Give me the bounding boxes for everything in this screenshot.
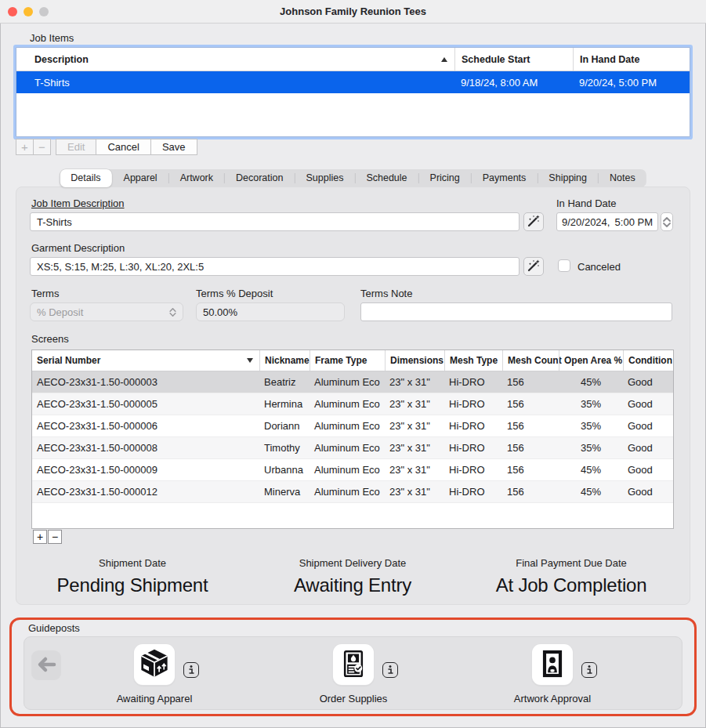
screens-cell: AECO-23x31-1.50-000008 xyxy=(32,437,259,458)
in-hand-date-field[interactable]: 9/20/2024, 5:00 PM xyxy=(556,212,658,231)
arrow-left-icon xyxy=(36,656,56,675)
tab-apparel[interactable]: Apparel xyxy=(113,169,168,187)
shipment-date-summary: Shipment Date Pending Shipment xyxy=(23,557,242,596)
screens-cell: AECO-23x31-1.50-000003 xyxy=(32,371,259,393)
tab-notes[interactable]: Notes xyxy=(599,169,646,187)
screens-table-row[interactable]: AECO-23x31-1.50-000012MinervaAluminum Ec… xyxy=(32,481,673,503)
tab-bar: DetailsApparelArtworkDecorationSuppliesS… xyxy=(60,169,646,187)
remove-job-item-button[interactable]: − xyxy=(33,139,51,155)
canceled-checkbox[interactable] xyxy=(558,259,570,272)
screens-cell: Good xyxy=(623,437,673,458)
screens-cell: Aluminum Eco xyxy=(310,371,385,393)
minimize-window-icon[interactable] xyxy=(24,7,33,16)
garment-description-field[interactable]: XS:5, S:15, M:25, L:30, XL:20, 2XL:5 xyxy=(30,257,520,276)
screens-cell: Urbanna xyxy=(259,459,310,480)
screens-cell: 45% xyxy=(559,371,623,393)
job-items-col-in-hand-date[interactable]: In Hand Date xyxy=(573,48,690,71)
chevron-up-icon xyxy=(663,217,671,222)
job-item-description-label[interactable]: Job Item Description xyxy=(31,197,125,209)
guideposts-label: Guideposts xyxy=(28,622,80,634)
tab-details[interactable]: Details xyxy=(60,169,111,187)
close-window-icon[interactable] xyxy=(8,7,17,16)
screens-cell: Aluminum Eco xyxy=(310,459,385,480)
tab-decoration[interactable]: Decoration xyxy=(225,169,294,187)
terms-deposit-field[interactable]: 50.00% xyxy=(196,302,345,321)
screens-col-open-area-[interactable]: Open Area % xyxy=(559,350,623,371)
info-icon[interactable] xyxy=(382,662,398,678)
tab-payments[interactable]: Payments xyxy=(472,169,538,187)
screens-cell: Hi-DRO xyxy=(444,459,502,480)
screens-col-mesh-type[interactable]: Mesh Type xyxy=(444,350,502,371)
window-controls xyxy=(8,7,49,16)
screens-table-row[interactable]: AECO-23x31-1.50-000008TimothyAluminum Ec… xyxy=(32,437,673,459)
in-hand-date-label: In Hand Date xyxy=(556,197,617,209)
screens-col-frame-type[interactable]: Frame Type xyxy=(310,350,385,371)
screens-cell: Beatriz xyxy=(259,371,310,393)
screens-table-row[interactable]: AECO-23x31-1.50-000005HerminaAluminum Ec… xyxy=(32,393,673,415)
add-screen-button[interactable]: + xyxy=(33,530,47,544)
screens-cell: AECO-23x31-1.50-000005 xyxy=(32,393,259,415)
garment-description-label: Garment Description xyxy=(31,242,125,254)
job-items-row-selected[interactable]: T-Shirts 9/18/24, 8:00 AM 9/20/24, 5:00 … xyxy=(16,71,690,93)
screens-cell: AECO-23x31-1.50-000012 xyxy=(32,481,259,502)
screens-label: Screens xyxy=(31,333,69,345)
screens-cell: Good xyxy=(623,415,673,436)
screens-cell: Hi-DRO xyxy=(444,393,502,415)
screens-toolbar: + − xyxy=(33,530,62,544)
tab-shipping[interactable]: Shipping xyxy=(538,169,598,187)
job-items-col-description[interactable]: Description xyxy=(16,48,454,71)
save-button[interactable]: Save xyxy=(150,139,197,155)
artwork-icon xyxy=(537,647,568,683)
screens-col-dimensions[interactable]: Dimensions xyxy=(385,350,444,371)
job-items-toolbar: + − Edit Cancel Save xyxy=(16,139,197,155)
guidepost-back-button[interactable] xyxy=(31,650,61,680)
title-bar: Johnson Family Reunion Tees xyxy=(0,0,706,24)
info-icon[interactable] xyxy=(581,662,597,678)
screens-cell: 156 xyxy=(502,437,559,458)
screens-cell: AECO-23x31-1.50-000006 xyxy=(32,415,259,436)
info-icon[interactable] xyxy=(183,662,199,678)
screens-cell: Doriann xyxy=(259,415,310,436)
screens-cell: Hermina xyxy=(259,393,310,415)
tab-pricing[interactable]: Pricing xyxy=(419,169,471,187)
zoom-window-icon[interactable] xyxy=(39,7,49,16)
autofill-garment-button[interactable] xyxy=(523,257,544,276)
autofill-description-button[interactable] xyxy=(523,212,544,231)
screens-header-row: Serial NumberNicknameFrame TypeDimension… xyxy=(32,350,673,371)
terms-note-field[interactable] xyxy=(360,302,672,321)
job-item-schedule-start-cell: 9/18/24, 8:00 AM xyxy=(454,71,573,93)
window-title: Johnson Family Reunion Tees xyxy=(280,5,426,17)
screens-col-condition[interactable]: Condition xyxy=(623,350,673,371)
screens-cell: Minerva xyxy=(259,481,310,502)
edit-button[interactable]: Edit xyxy=(56,139,96,155)
remove-screen-button[interactable]: − xyxy=(48,530,62,544)
screens-table-row[interactable]: AECO-23x31-1.50-000003BeatrizAluminum Ec… xyxy=(32,371,673,393)
job-items-col-schedule-start[interactable]: Schedule Start xyxy=(454,48,573,71)
terms-select[interactable]: % Deposit xyxy=(30,302,183,321)
guidepost-tile[interactable] xyxy=(134,644,175,685)
screens-cell: 23" x 31" xyxy=(385,415,444,436)
tab-schedule[interactable]: Schedule xyxy=(355,169,418,187)
shipment-delivery-date-summary: Shipment Delivery Date Awaiting Entry xyxy=(243,557,462,596)
in-hand-time-value: 5:00 PM xyxy=(615,216,653,228)
add-job-item-button[interactable]: + xyxy=(16,139,34,155)
screens-col-nickname[interactable]: Nickname xyxy=(259,350,310,371)
screens-table-row[interactable]: AECO-23x31-1.50-000009UrbannaAluminum Ec… xyxy=(32,459,673,481)
screens-cell: 156 xyxy=(502,371,559,393)
guidepost-tile[interactable] xyxy=(333,644,374,685)
chevron-down-icon xyxy=(663,223,671,227)
terms-deposit-label: Terms % Deposit xyxy=(196,288,273,299)
tab-supplies[interactable]: Supplies xyxy=(295,169,354,187)
screens-col-mesh-count[interactable]: Mesh Count xyxy=(502,350,559,371)
screens-cell: Aluminum Eco xyxy=(310,481,385,502)
in-hand-date-stepper[interactable] xyxy=(661,212,673,231)
screens-col-serial-number[interactable]: Serial Number xyxy=(32,350,259,371)
tab-artwork[interactable]: Artwork xyxy=(169,169,224,187)
job-item-description-field[interactable]: T-Shirts xyxy=(30,212,520,231)
in-hand-date-value: 9/20/2024, xyxy=(562,216,610,228)
guidepost-tile[interactable] xyxy=(532,644,573,685)
cancel-button[interactable]: Cancel xyxy=(96,139,150,155)
screens-table-row[interactable]: AECO-23x31-1.50-000006DoriannAluminum Ec… xyxy=(32,415,673,437)
screens-table: Serial NumberNicknameFrame TypeDimension… xyxy=(31,350,674,529)
job-items-table: Description Schedule Start In Hand Date … xyxy=(16,47,690,137)
